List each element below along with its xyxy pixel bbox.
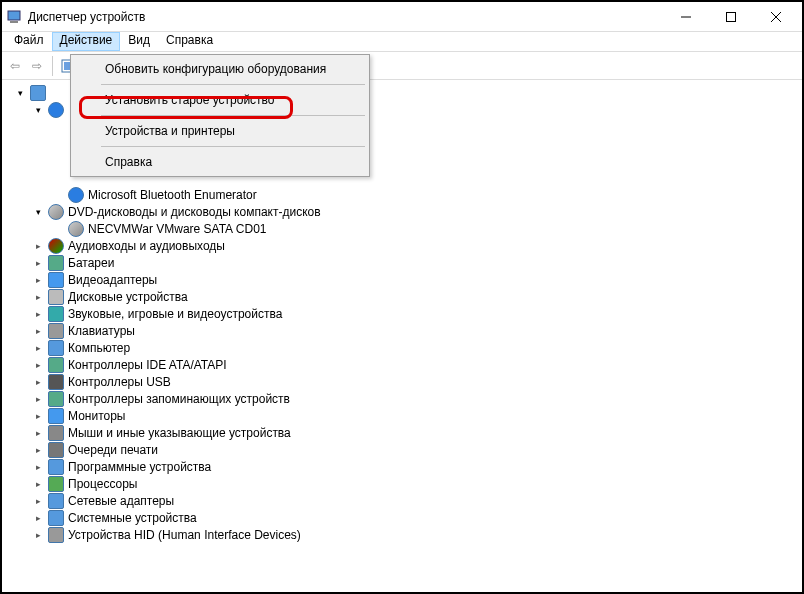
tree-node-disks[interactable]: ▸ Дисковые устройства [10, 288, 794, 305]
chevron-right-icon[interactable]: ▸ [32, 359, 44, 371]
menu-action[interactable]: Действие [52, 32, 121, 51]
sound-icon [48, 306, 64, 322]
back-icon[interactable]: ⇦ [6, 57, 24, 75]
chevron-right-icon[interactable]: ▸ [32, 308, 44, 320]
dvd-icon [68, 221, 84, 237]
tree-label: Компьютер [68, 341, 130, 355]
tree-node-ide[interactable]: ▸ Контроллеры IDE ATA/ATAPI [10, 356, 794, 373]
menu-view[interactable]: Вид [120, 32, 158, 51]
dvd-icon [48, 204, 64, 220]
tree-node-video[interactable]: ▸ Видеоадаптеры [10, 271, 794, 288]
tree-node-usb[interactable]: ▸ Контроллеры USB [10, 373, 794, 390]
chevron-right-icon[interactable]: ▸ [32, 410, 44, 422]
storage-icon [48, 391, 64, 407]
tree-label: Контроллеры USB [68, 375, 171, 389]
tree-label: Устройства HID (Human Interface Devices) [68, 528, 301, 542]
chevron-right-icon[interactable]: ▸ [32, 240, 44, 252]
tree-node-hid[interactable]: ▸ Устройства HID (Human Interface Device… [10, 526, 794, 543]
bluetooth-icon [68, 187, 84, 203]
cpu-icon [48, 476, 64, 492]
tree-label: Дисковые устройства [68, 290, 188, 304]
chevron-down-icon[interactable]: ▾ [32, 104, 44, 116]
tree-node-audio[interactable]: ▸ Аудиовходы и аудиовыходы [10, 237, 794, 254]
chevron-right-icon[interactable]: ▸ [32, 495, 44, 507]
chevron-right-icon[interactable]: ▸ [32, 529, 44, 541]
maximize-button[interactable] [708, 2, 753, 32]
tree-item-bt-enum[interactable]: Microsoft Bluetooth Enumerator [10, 186, 794, 203]
tree-label: Батареи [68, 256, 114, 270]
tree-node-sound[interactable]: ▸ Звуковые, игровые и видеоустройства [10, 305, 794, 322]
chevron-down-icon[interactable]: ▾ [32, 206, 44, 218]
tree-node-software[interactable]: ▸ Программные устройства [10, 458, 794, 475]
hid-icon [48, 527, 64, 543]
tree-label: Сетевые адаптеры [68, 494, 174, 508]
tree-label: Видеоадаптеры [68, 273, 157, 287]
titlebar: Диспетчер устройств [2, 2, 802, 32]
tree-item-dvd-child[interactable]: NECVMWar VMware SATA CD01 [10, 220, 794, 237]
tree-node-network[interactable]: ▸ Сетевые адаптеры [10, 492, 794, 509]
chevron-down-icon[interactable]: ▾ [14, 87, 26, 99]
usb-icon [48, 374, 64, 390]
tree-node-dvd[interactable]: ▾ DVD-дисководы и дисководы компакт-диск… [10, 203, 794, 220]
window-controls [663, 2, 798, 32]
network-icon [48, 493, 64, 509]
device-manager-icon [6, 9, 22, 25]
chevron-right-icon[interactable]: ▸ [32, 444, 44, 456]
tree-label: Контроллеры запоминающих устройств [68, 392, 290, 406]
chevron-right-icon[interactable]: ▸ [32, 427, 44, 439]
chevron-right-icon[interactable]: ▸ [32, 376, 44, 388]
tree-label: Программные устройства [68, 460, 211, 474]
tree-label: DVD-дисководы и дисководы компакт-дисков [68, 205, 321, 219]
toolbar-divider [52, 56, 53, 76]
tree-node-storage[interactable]: ▸ Контроллеры запоминающих устройств [10, 390, 794, 407]
tree-label: Очереди печати [68, 443, 158, 457]
dd-refresh-hardware[interactable]: Обновить конфигурацию оборудования [71, 57, 369, 81]
menu-file[interactable]: Файл [6, 32, 52, 51]
printer-icon [48, 442, 64, 458]
tree-node-monitor[interactable]: ▸ Мониторы [10, 407, 794, 424]
chevron-right-icon[interactable]: ▸ [32, 342, 44, 354]
mouse-icon [48, 425, 64, 441]
tree-node-computer[interactable]: ▸ Компьютер [10, 339, 794, 356]
software-icon [48, 459, 64, 475]
tree-node-print[interactable]: ▸ Очереди печати [10, 441, 794, 458]
tree-node-mouse[interactable]: ▸ Мыши и иные указывающие устройства [10, 424, 794, 441]
chevron-right-icon[interactable]: ▸ [32, 393, 44, 405]
tree-label: Клавиатуры [68, 324, 135, 338]
video-icon [48, 272, 64, 288]
dd-devices-printers[interactable]: Устройства и принтеры [71, 119, 369, 143]
svg-rect-3 [726, 12, 735, 21]
tree-node-battery[interactable]: ▸ Батареи [10, 254, 794, 271]
tree-label: Системные устройства [68, 511, 197, 525]
forward-icon[interactable]: ⇨ [28, 57, 46, 75]
chevron-right-icon[interactable]: ▸ [32, 478, 44, 490]
tree-label: Мониторы [68, 409, 125, 423]
tree-node-cpu[interactable]: ▸ Процессоры [10, 475, 794, 492]
tree-node-keyboard[interactable]: ▸ Клавиатуры [10, 322, 794, 339]
tree-label: Контроллеры IDE ATA/ATAPI [68, 358, 227, 372]
dropdown-separator [101, 115, 365, 116]
chevron-right-icon[interactable]: ▸ [32, 291, 44, 303]
disk-icon [48, 289, 64, 305]
chevron-right-icon[interactable]: ▸ [32, 274, 44, 286]
dd-install-legacy[interactable]: Установить старое устройство [71, 88, 369, 112]
bluetooth-icon [48, 102, 64, 118]
tree-node-system[interactable]: ▸ Системные устройства [10, 509, 794, 526]
chevron-right-icon[interactable]: ▸ [32, 461, 44, 473]
chevron-right-icon[interactable]: ▸ [32, 257, 44, 269]
tree-label: NECVMWar VMware SATA CD01 [88, 222, 266, 236]
monitor-icon [48, 408, 64, 424]
action-dropdown: Обновить конфигурацию оборудования Устан… [70, 54, 370, 177]
keyboard-icon [48, 323, 64, 339]
menu-help[interactable]: Справка [158, 32, 221, 51]
close-button[interactable] [753, 2, 798, 32]
ide-icon [48, 357, 64, 373]
chevron-right-icon[interactable]: ▸ [32, 512, 44, 524]
chevron-right-icon[interactable]: ▸ [32, 325, 44, 337]
battery-icon [48, 255, 64, 271]
window-title: Диспетчер устройств [28, 10, 145, 24]
minimize-button[interactable] [663, 2, 708, 32]
svg-rect-0 [8, 11, 20, 20]
tree-label: Мыши и иные указывающие устройства [68, 426, 291, 440]
dd-help[interactable]: Справка [71, 150, 369, 174]
